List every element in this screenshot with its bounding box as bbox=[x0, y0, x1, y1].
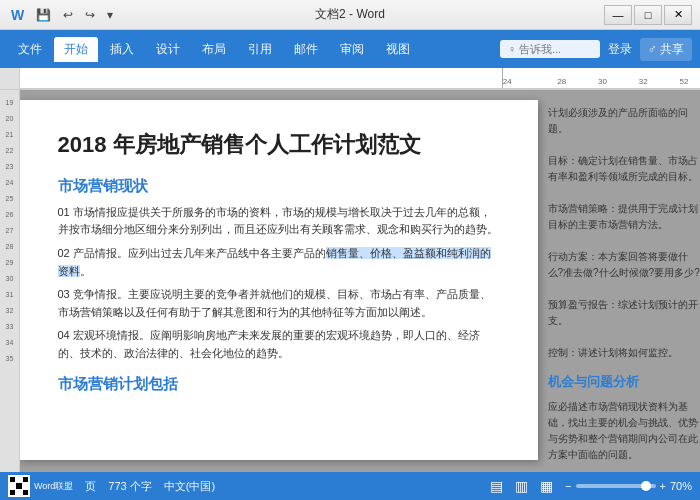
ruler-mark-24: 24 bbox=[6, 174, 14, 190]
right-para-6: 控制：讲述计划将如何监控。 bbox=[548, 345, 701, 361]
login-button[interactable]: 登录 bbox=[608, 41, 632, 58]
tab-layout[interactable]: 布局 bbox=[192, 37, 236, 62]
close-button[interactable]: ✕ bbox=[664, 5, 692, 25]
view-icon-web[interactable]: ▥ bbox=[515, 478, 528, 494]
right-content-bottom: 应必描述市场营销现状资料为基础，找出主要的机会与挑战、优势与劣势和整个营销期间内… bbox=[548, 399, 701, 472]
paragraph-03: 03 竞争情报。主要应说明主要的竞争者并就他们的规模、目标、市场占有率、产品质量… bbox=[58, 286, 498, 321]
ruler-mark-34: 34 bbox=[6, 334, 14, 350]
ruler-mark-20: 20 bbox=[6, 110, 14, 126]
window-title: 文档2 - Word bbox=[315, 6, 385, 23]
redo-icon[interactable]: ↪ bbox=[82, 6, 98, 24]
main-area: 19 20 21 22 23 24 25 26 27 28 29 30 31 3… bbox=[0, 90, 700, 472]
ruler-mark-27: 27 bbox=[6, 222, 14, 238]
paragraph-02: 02 产品情报。应列出过去几年来产品线中各主要产品的销售量、价格、盈益额和纯利润… bbox=[58, 245, 498, 280]
ruler-mark-26: 26 bbox=[6, 206, 14, 222]
ruler-mark-30: 30 bbox=[6, 270, 14, 286]
ruler-mark-31: 31 bbox=[6, 286, 14, 302]
horizontal-ruler: 2 4 6 8 10 12 14 16 18 20 22 24 28 30 32… bbox=[20, 68, 700, 89]
status-bar-right: ▤ ▥ ▦ − + 70% bbox=[490, 478, 692, 494]
ruler-mark-32: 32 bbox=[6, 302, 14, 318]
right-para-5: 预算盈亏报告：综述计划预计的开支。 bbox=[548, 297, 701, 329]
section-heading-marketing: 市场营销现状 bbox=[58, 177, 498, 196]
paragraph-01: 01 市场情报应提供关于所服务的市场的资料，市场的规模与增长取决于过去几年的总额… bbox=[58, 204, 498, 239]
view-icon-read[interactable]: ▦ bbox=[540, 478, 553, 494]
tab-home[interactable]: 开始 bbox=[54, 37, 98, 62]
right-para-2: 目标：确定计划在销售量、市场占有率和盈利等领域所完成的目标。 bbox=[548, 153, 701, 185]
status-bar: Word联盟 页 773 个字 中文(中国) ▤ ▥ ▦ − + 70% bbox=[0, 472, 700, 500]
tab-references[interactable]: 引用 bbox=[238, 37, 282, 62]
tell-me-input[interactable] bbox=[500, 40, 600, 58]
paragraph-04: 04 宏观环境情报。应阐明影响房地产未来发展的重要的宏观环境趋势，即人口的、经济… bbox=[58, 327, 498, 362]
tab-file[interactable]: 文件 bbox=[8, 37, 52, 62]
ruler-mark-25: 25 bbox=[6, 190, 14, 206]
section-heading-plan: 市场营销计划包括 bbox=[58, 375, 498, 394]
zoom-out-button[interactable]: − bbox=[565, 480, 571, 492]
ruler-mark-33: 33 bbox=[6, 318, 14, 334]
document-title: 2018 年房地产销售个人工作计划范文 bbox=[58, 130, 498, 161]
vertical-ruler: 19 20 21 22 23 24 25 26 27 28 29 30 31 3… bbox=[0, 90, 20, 472]
maximize-button[interactable]: □ bbox=[634, 5, 662, 25]
view-icon-print[interactable]: ▤ bbox=[490, 478, 503, 494]
zoom-level: 70% bbox=[670, 480, 692, 492]
tab-view[interactable]: 视图 bbox=[376, 37, 420, 62]
right-column: 计划必须涉及的产品所面临的问题。 目标：确定计划在销售量、市场占有率和盈利等领域… bbox=[548, 100, 701, 472]
ruler-mark-28: 28 bbox=[6, 238, 14, 254]
zoom-controls: − + 70% bbox=[565, 480, 692, 492]
ruler-mark-23: 23 bbox=[6, 158, 14, 174]
page-label: 页 bbox=[85, 479, 96, 494]
zoom-in-button[interactable]: + bbox=[660, 480, 666, 492]
right-analysis-1: 应必描述市场营销现状资料为基础，找出主要的机会与挑战、优势与劣势和整个营销期间内… bbox=[548, 399, 701, 463]
tab-insert[interactable]: 插入 bbox=[100, 37, 144, 62]
right-para-4: 行动方案：本方案回答将要做什么?准去做?什么时候做?要用多少? bbox=[548, 249, 701, 281]
title-bar: W 💾 ↩ ↪ ▾ 文档2 - Word — □ ✕ bbox=[0, 0, 700, 30]
ruler-mark-22: 22 bbox=[6, 142, 14, 158]
tab-mailings[interactable]: 邮件 bbox=[284, 37, 328, 62]
ruler-mark-35: 35 bbox=[6, 350, 14, 366]
tab-design[interactable]: 设计 bbox=[146, 37, 190, 62]
ruler-mark-21: 21 bbox=[6, 126, 14, 142]
title-bar-left: W 💾 ↩ ↪ ▾ bbox=[8, 5, 116, 25]
ruler-mark-19: 19 bbox=[6, 94, 14, 110]
right-para-3: 市场营销策略：提供用于完成计划目标的主要市场营销方法。 bbox=[548, 201, 701, 233]
document-page: 2018 年房地产销售个人工作计划范文 市场营销现状 01 市场情报应提供关于所… bbox=[20, 100, 538, 460]
customize-icon[interactable]: ▾ bbox=[104, 6, 116, 24]
section-heading-analysis: 机会与问题分析 bbox=[548, 373, 701, 391]
ruler-mark-29: 29 bbox=[6, 254, 14, 270]
word-count: 773 个字 bbox=[108, 479, 151, 494]
ribbon: 文件 开始 插入 设计 布局 引用 邮件 审阅 视图 登录 ♂ 共享 bbox=[0, 30, 700, 68]
language-indicator: 中文(中国) bbox=[164, 479, 215, 494]
qr-code bbox=[8, 475, 30, 497]
document-area[interactable]: 2018 年房地产销售个人工作计划范文 市场营销现状 01 市场情报应提供关于所… bbox=[20, 90, 700, 472]
save-icon[interactable]: 💾 bbox=[33, 6, 54, 24]
tab-review[interactable]: 审阅 bbox=[330, 37, 374, 62]
right-content-top: 计划必须涉及的产品所面临的问题。 目标：确定计划在销售量、市场占有率和盈利等领域… bbox=[548, 105, 701, 361]
minimize-button[interactable]: — bbox=[604, 5, 632, 25]
status-left: Word联盟 bbox=[8, 475, 73, 497]
word-lianmeng-label: Word联盟 bbox=[34, 480, 73, 493]
ruler-container: 2 4 6 8 10 12 14 16 18 20 22 24 28 30 32… bbox=[0, 68, 700, 90]
window-controls: — □ ✕ bbox=[604, 5, 692, 25]
word-logo: W bbox=[8, 5, 27, 25]
ribbon-right: 登录 ♂ 共享 bbox=[500, 38, 692, 61]
zoom-slider[interactable] bbox=[576, 484, 656, 488]
undo-icon[interactable]: ↩ bbox=[60, 6, 76, 24]
share-button[interactable]: ♂ 共享 bbox=[640, 38, 692, 61]
right-para-1: 计划必须涉及的产品所面临的问题。 bbox=[548, 105, 701, 137]
ruler-side-left bbox=[0, 68, 20, 89]
